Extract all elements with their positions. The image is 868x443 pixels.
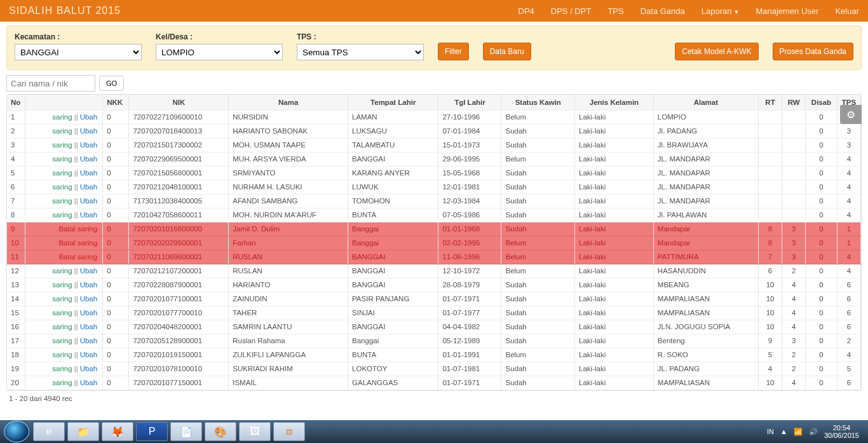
tray-flag-icon[interactable]: ▲ [780, 428, 787, 435]
cell-tempat: BUNTA [348, 348, 438, 362]
tray-lang[interactable]: IN [767, 428, 774, 435]
cell-no: 17 [7, 334, 25, 348]
cell-disab: 0 [806, 208, 837, 222]
cell-actions: saring||Ubah [25, 180, 103, 194]
cell-nik: 72070207018400013 [129, 124, 229, 138]
saring-link[interactable]: saring [52, 337, 72, 344]
saring-link[interactable]: saring [52, 323, 72, 331]
cell-nkk: 0 [103, 376, 129, 390]
nav-dps-dpt[interactable]: DPS / DPT [551, 6, 592, 16]
saring-link[interactable]: saring [52, 379, 72, 386]
saring-link[interactable]: saring [52, 295, 72, 303]
saring-link[interactable]: saring [52, 183, 72, 191]
saring-link[interactable]: saring [52, 155, 72, 163]
taskbar-app-xampp[interactable]: ⧈ [273, 422, 305, 441]
cell-tempat: TALAMBATU [348, 138, 438, 152]
ubah-link[interactable]: Ubah [80, 155, 98, 163]
saring-link[interactable]: saring [52, 169, 72, 177]
ubah-link[interactable]: Ubah [80, 127, 98, 135]
filter-button[interactable]: Filter [438, 43, 469, 60]
cell-no: 2 [7, 124, 25, 138]
saring-link[interactable]: saring [52, 267, 72, 275]
ubah-link[interactable]: Ubah [80, 379, 98, 386]
cell-nama: HARIANTO [229, 278, 348, 292]
ubah-link[interactable]: Ubah [80, 295, 98, 303]
cell-tempat: SINJAI [348, 306, 438, 320]
ubah-link[interactable]: Ubah [80, 309, 98, 317]
start-button[interactable] [4, 421, 29, 442]
keldesa-select[interactable]: LOMPIO [156, 44, 283, 60]
cell-nkk: 0 [103, 334, 129, 348]
ubah-link[interactable]: Ubah [80, 323, 98, 331]
nav-tps[interactable]: TPS [607, 6, 623, 16]
kecamatan-select[interactable]: BANGGAI [15, 44, 142, 60]
batal-saring-link[interactable]: Batal saring [58, 225, 97, 233]
saring-link[interactable]: saring [52, 127, 72, 135]
search-input[interactable] [6, 75, 95, 92]
search-row: GO [6, 75, 862, 92]
nav-data-ganda[interactable]: Data Ganda [641, 6, 685, 16]
cell-disab: 0 [806, 222, 837, 236]
cell-nkk: 0 [103, 348, 129, 362]
nav-dp4[interactable]: DP4 [519, 6, 534, 16]
ubah-link[interactable]: Ubah [80, 211, 98, 219]
th-tgl: Tgl Lahir [438, 95, 501, 110]
saring-link[interactable]: saring [52, 309, 72, 317]
tray-sound-icon[interactable]: 🔊 [809, 428, 818, 436]
ubah-link[interactable]: Ubah [80, 365, 98, 372]
ubah-link[interactable]: Ubah [80, 169, 98, 177]
cell-nik: 72070229069500001 [129, 152, 229, 166]
data-baru-button[interactable]: Data Baru [483, 43, 531, 60]
ubah-link[interactable]: Ubah [80, 197, 98, 205]
cell-tps: 6 [837, 292, 860, 306]
batal-saring-link[interactable]: Batal saring [58, 253, 97, 261]
cell-no: 18 [7, 348, 25, 362]
saring-link[interactable]: saring [52, 141, 72, 149]
taskbar-app-p[interactable]: P [136, 422, 168, 441]
tray-network-icon[interactable]: 📶 [794, 428, 803, 436]
ubah-link[interactable]: Ubah [80, 281, 98, 289]
proses-ganda-button[interactable]: Proses Data Ganda [773, 43, 853, 60]
settings-gear-button[interactable]: ⚙ [840, 105, 862, 124]
cell-rt [758, 138, 782, 152]
taskbar-app-img[interactable]: 🖼 [239, 422, 271, 441]
saring-link[interactable]: saring [52, 281, 72, 289]
ubah-link[interactable]: Ubah [80, 183, 98, 191]
saring-link[interactable]: saring [52, 113, 72, 121]
nav-manajemen-user[interactable]: Manajemen User [756, 6, 818, 16]
cell-tempat: BUNTA [348, 208, 438, 222]
table-row: 19saring||Ubah072070201078100010SUKRIADI… [7, 362, 861, 376]
taskbar-app-firefox[interactable]: 🦊 [102, 422, 133, 441]
nav-laporan[interactable]: Laporan▼ [702, 6, 740, 16]
th-rt: RT [758, 95, 782, 110]
saring-link[interactable]: saring [52, 197, 72, 205]
ubah-link[interactable]: Ubah [80, 141, 98, 149]
ubah-link[interactable]: Ubah [80, 267, 98, 275]
cell-nkk: 0 [103, 236, 129, 250]
taskbar-app-paint[interactable]: 🎨 [205, 422, 236, 441]
cell-nkk: 0 [103, 208, 129, 222]
ubah-link[interactable]: Ubah [80, 337, 98, 344]
tray-clock[interactable]: 20:54 30/06/2015 [824, 424, 859, 439]
cetak-model-button[interactable]: Cetak Model A-KWK [675, 43, 758, 60]
filter-tps: TPS : Semua TPS [297, 32, 424, 60]
cell-tempat: BANGGAI [348, 250, 438, 264]
ubah-link[interactable]: Ubah [80, 351, 98, 358]
ubah-link[interactable]: Ubah [80, 113, 98, 121]
nav-keluar[interactable]: Keluar [835, 6, 859, 16]
cell-rw [782, 152, 806, 166]
taskbar-app-explorer[interactable]: 📁 [67, 422, 99, 441]
saring-link[interactable]: saring [52, 211, 72, 219]
search-go-button[interactable]: GO [99, 76, 124, 91]
saring-link[interactable]: saring [52, 351, 72, 358]
batal-saring-link[interactable]: Batal saring [58, 239, 97, 247]
tps-select[interactable]: Semua TPS [297, 44, 424, 60]
cell-tgl: 04-04-1982 [438, 320, 501, 334]
cell-rw: 3 [782, 334, 806, 348]
taskbar-app-ie[interactable]: e [33, 422, 65, 441]
taskbar-app-doc[interactable]: 📄 [170, 422, 202, 441]
cell-no: 12 [7, 264, 25, 278]
cell-disab: 0 [806, 124, 837, 138]
saring-link[interactable]: saring [52, 365, 72, 372]
cell-rw: 4 [782, 278, 806, 292]
